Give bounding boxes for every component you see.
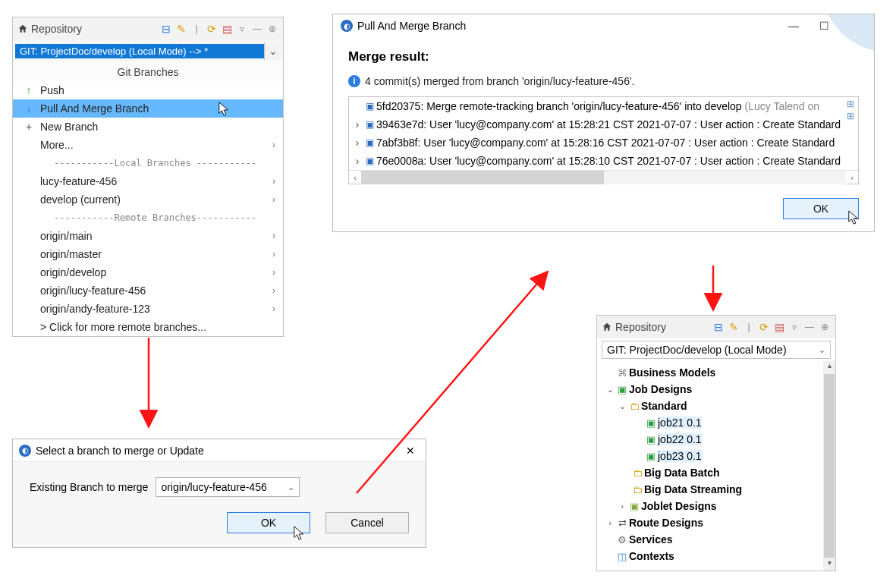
ok-button[interactable]: OK [227, 512, 310, 533]
merge-dialog-title: Pull And Merge Branch [357, 20, 466, 32]
pull-down-icon: ↓ [22, 102, 36, 115]
scroll-left-icon[interactable]: ‹ [349, 173, 361, 182]
commit-row[interactable]: › ▣ 39463e7d: User 'lucy@company.com' at… [349, 115, 858, 134]
expand-twistie-icon[interactable]: › [352, 155, 363, 167]
table-icon[interactable]: ▤ [772, 320, 786, 334]
twistie-open-icon[interactable]: ⌄ [617, 401, 627, 411]
minimize-icon[interactable]: — [250, 22, 264, 36]
view-menu-icon[interactable]: ▿ [235, 22, 249, 36]
tree-item-route-designs[interactable]: › ⇄ Route Designs [602, 514, 835, 531]
commit-hash: 76e0008a [376, 155, 423, 167]
services-icon: ⚙ [615, 534, 629, 546]
close-icon[interactable]: ✕ [401, 445, 420, 457]
ok-button[interactable]: OK [783, 198, 859, 219]
remote-branch-item[interactable]: origin/andy-feature-123 › [13, 300, 283, 318]
remote-branch-item[interactable]: origin/develop › [13, 263, 283, 281]
expand-all-icon[interactable]: ⊞ [844, 99, 857, 111]
remote-branch-item[interactable]: origin/lucy-feature-456 › [13, 281, 283, 300]
scroll-right-icon[interactable]: › [846, 173, 858, 182]
chevron-down-icon[interactable]: ⌄ [264, 42, 281, 60]
commit-hash: 7abf3b8f [376, 137, 418, 149]
more-remote-branches-item[interactable]: > Click for more remote branches... [13, 318, 283, 336]
link-gold-icon[interactable]: ✎ [727, 320, 740, 334]
existing-branch-row: Existing Branch to merge origin/lucy-fea… [30, 477, 409, 497]
collapse-all-icon[interactable]: ⊞ [844, 111, 857, 123]
existing-branch-label: Existing Branch to merge [30, 481, 148, 493]
joblet-icon: ▣ [627, 501, 641, 512]
commit-row[interactable]: ▣ 5fd20375: Merge remote-tracking branch… [349, 97, 858, 115]
vertical-scrollbar[interactable]: ▴ ▾ [823, 361, 835, 571]
view-menu-icon[interactable]: ▿ [788, 320, 801, 334]
cancel-button[interactable]: Cancel [325, 512, 409, 533]
contexts-icon: ◫ [615, 551, 629, 562]
refresh-icon[interactable]: ⟳ [205, 22, 218, 36]
merge-result-heading: Merge result: [348, 49, 859, 64]
scroll-down-icon[interactable]: ▾ [823, 558, 835, 571]
expand-twistie-icon[interactable]: › [352, 137, 363, 149]
tree-item-big-data-streaming[interactable]: 🗀 Big Data Streaming [602, 481, 835, 498]
route-designs-icon: ⇄ [615, 517, 629, 529]
git-branch-dropdown[interactable]: GIT: ProjectDoc/develop (Local Mode) ⌄ [602, 341, 831, 359]
commit-hash: 5fd20375 [376, 100, 420, 112]
tree-item-job[interactable]: ▣ job22 0.1 [602, 431, 835, 448]
chevron-right-icon: › [272, 303, 275, 314]
plus-icon: + [22, 121, 36, 133]
chevron-right-icon: › [272, 285, 275, 296]
minimize-icon[interactable]: — [803, 320, 816, 334]
repository-title: Repository [31, 23, 82, 35]
scroll-up-icon[interactable]: ▴ [823, 361, 835, 373]
window-minimize-button[interactable]: — [778, 16, 809, 36]
pull-and-merge-menu-item[interactable]: ↓ Pull And Merge Branch [13, 99, 283, 118]
maximize-icon[interactable]: ⊕ [266, 22, 279, 36]
info-icon: i [348, 75, 360, 87]
tree-item-job-designs[interactable]: ⌄ ▣ Job Designs [602, 381, 835, 398]
tree-item-contexts[interactable]: ◫ Contexts [602, 548, 835, 564]
new-branch-menu-item[interactable]: + New Branch [13, 118, 283, 136]
tree-item-job[interactable]: ▣ job23 0.1 [602, 448, 835, 464]
twistie-closed-icon[interactable]: › [617, 502, 627, 511]
commit-horizontal-scrollbar[interactable]: ‹ › [349, 170, 858, 184]
remote-branches-separator: -----------Remote Branches----------- [13, 209, 283, 227]
local-branch-item[interactable]: develop (current) › [13, 190, 283, 209]
remote-branch-item[interactable]: origin/main › [13, 227, 283, 245]
tree-item-joblet-designs[interactable]: › ▣ Joblet Designs [602, 498, 835, 514]
app-icon: ◐ [341, 20, 353, 32]
repository-title: Repository [615, 321, 666, 333]
twistie-open-icon[interactable]: ⌄ [605, 385, 615, 395]
scroll-thumb[interactable] [361, 171, 604, 184]
chevron-right-icon: › [272, 176, 275, 187]
chevron-right-icon: › [272, 140, 275, 150]
home-icon [17, 24, 28, 34]
local-branch-item[interactable]: lucy-feature-456 › [13, 172, 283, 190]
git-branches-heading: Git Branches [13, 61, 283, 81]
link-gold-icon[interactable]: ✎ [174, 22, 188, 36]
collapse-icon[interactable]: ⊟ [159, 22, 173, 36]
tree-item-big-data-batch[interactable]: 🗀 Big Data Batch [602, 464, 835, 481]
job-icon: ▣ [644, 417, 658, 429]
refresh-icon[interactable]: ⟳ [757, 320, 771, 334]
cursor-icon [293, 525, 307, 542]
merge-result-dialog: ◐ Pull And Merge Branch — ☐ ✕ Merge resu… [332, 14, 875, 232]
tree-item-business-models[interactable]: ⌘ Business Models [602, 364, 835, 381]
job-icon: ▣ [644, 434, 658, 445]
job-icon: ▣ [644, 451, 658, 462]
chevron-down-icon: ⌄ [819, 345, 825, 355]
tree-item-job[interactable]: ▣ job21 0.1 [602, 414, 835, 431]
scroll-thumb[interactable] [824, 374, 835, 558]
push-up-icon: ↑ [22, 84, 36, 96]
remote-branch-item[interactable]: origin/master › [13, 245, 283, 263]
tree-item-standard[interactable]: ⌄ 🗀 Standard [602, 398, 835, 414]
git-branch-dropdown[interactable]: GIT: ProjectDoc/develop (Local Mode) -->… [15, 42, 281, 60]
twistie-closed-icon[interactable]: › [605, 518, 615, 527]
tree-item-services[interactable]: ⚙ Services [602, 531, 835, 548]
more-menu-item[interactable]: More... › [13, 136, 283, 154]
commit-row[interactable]: › ▣ 76e0008a: User 'lucy@company.com' at… [349, 152, 858, 170]
commit-row[interactable]: › ▣ 7abf3b8f: User 'lucy@company.com' at… [349, 134, 858, 152]
expand-twistie-icon[interactable]: › [352, 118, 363, 130]
table-icon[interactable]: ▤ [220, 22, 234, 36]
existing-branch-combo[interactable]: origin/lucy-feature-456 ⌄ [156, 477, 300, 497]
maximize-icon[interactable]: ⊕ [818, 320, 832, 334]
push-menu-item[interactable]: ↑ Push [13, 81, 283, 99]
collapse-icon[interactable]: ⊟ [712, 320, 725, 334]
commit-list: ⊞ ⊞ ▣ 5fd20375: Merge remote-tracking br… [348, 96, 859, 184]
